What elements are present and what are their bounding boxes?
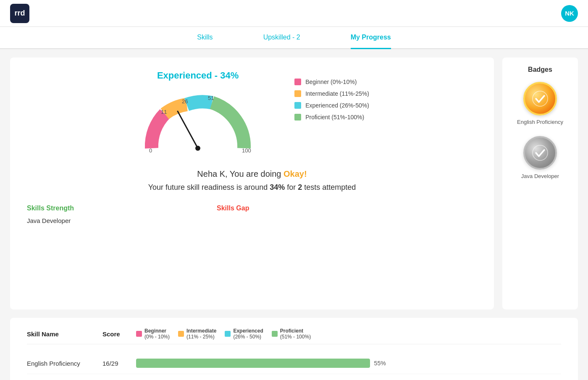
tab-skills[interactable]: Skills [197,27,213,49]
legend-color-intermediate [294,90,301,97]
badge-java-label: Java Developer [521,173,559,179]
table-row: Java Developer 3/12 25% [27,374,561,380]
col-skill-name: Skill Name [27,330,94,338]
gauge-svg: 0 11 26 51 100 [135,85,261,157]
legend-color-experienced [294,102,301,109]
gauge-label-0: 0 [149,147,152,154]
logo: rrd [10,4,29,23]
badge-silver-circle [523,136,557,170]
badge-java-developer: Java Developer [521,136,559,179]
table-row: English Proficiency 16/29 55% [27,353,561,374]
gauge-title: Experienced - 34% [157,70,239,81]
badge-gold-check-svg [532,90,549,107]
gauge-arc-experienced [187,102,212,105]
gauge-label-51: 51 [208,95,214,101]
tl-proficient: Proficient(51% - 100%) [272,328,311,340]
badge-silver-check-svg [532,144,549,161]
row1-skill: English Proficiency [27,360,94,367]
badge-gold-circle [523,82,557,115]
badges-panel: Badges English Proficiency Java Develope… [502,58,578,309]
legend-label-proficient: Proficient (51%-100%) [305,114,364,121]
tab-upskilled[interactable]: Upskilled - 2 [263,27,300,49]
nav-tabs: Skills Upskilled - 2 My Progress [0,27,588,49]
header: rrd NK [0,0,588,27]
legend-item-intermediate: Intermediate (11%-25%) [294,90,369,97]
skills-strength-title: Skills Strength [27,204,74,212]
svg-point-0 [533,91,548,106]
svg-point-1 [533,145,548,160]
gauge-needle [178,111,198,148]
skills-gap-title: Skills Gap [217,204,249,212]
gauge-svg-wrapper: 0 11 26 51 100 [135,85,261,157]
main-content: Experienced - 34% [0,49,588,318]
row1-bar [136,359,370,368]
gauge-section: Experienced - 34% [27,70,477,157]
legend-label-experienced: Experienced (26%-50%) [305,102,369,109]
tl-intermediate: Intermediate(11% - 25%) [178,328,216,340]
legend-color-proficient [294,114,301,121]
gauge-separator: - [215,70,220,81]
row1-bar-wrapper: 55% [136,359,561,368]
skills-strength-item: Java Developer [27,217,74,224]
legend-item-experienced: Experienced (26%-50%) [294,102,369,109]
badge-english-label: English Proficiency [517,119,563,125]
skills-gap: Skills Gap [217,204,249,224]
table-section: Skill Name Score Beginner(0% - 10%) Inte… [10,318,578,380]
gauge-label-26: 26 [182,98,188,105]
greeting-text: Neha K, You are doing Okay! [27,169,477,179]
badges-title: Badges [528,66,552,73]
legend-color-beginner [294,79,301,85]
legend-label-beginner: Beginner (0%-10%) [305,79,357,85]
table-legend: Beginner(0% - 10%) Intermediate(11% - 25… [136,328,311,340]
gauge-arc-proficient [212,103,244,149]
center-panel: Experienced - 34% [10,58,494,309]
row1-score: 16/29 [102,360,128,367]
gauge-arc-beginner [152,114,165,148]
legend-label-intermediate: Intermediate (11%-25%) [305,90,369,97]
tl-beginner-dot [136,331,142,337]
tl-proficient-dot [272,331,278,337]
gauge-label-11: 11 [161,109,167,115]
user-avatar[interactable]: NK [561,5,578,22]
table-header: Skill Name Score Beginner(0% - 10%) Inte… [27,328,561,344]
stats-text: Your future skill readiness is around 34… [27,183,477,192]
badge-english-proficiency: English Proficiency [517,82,563,125]
tl-experienced-dot [225,331,231,337]
skills-section: Skills Strength Java Developer Skills Ga… [27,204,477,224]
tab-my-progress[interactable]: My Progress [351,27,391,49]
gauge-needle-center [195,146,200,151]
skills-strength: Skills Strength Java Developer [27,204,74,224]
tl-beginner: Beginner(0% - 10%) [136,328,170,340]
legend-item-proficient: Proficient (51%-100%) [294,114,369,121]
tl-experienced: Experienced(26% - 50%) [225,328,263,340]
legend: Beginner (0%-10%) Intermediate (11%-25%)… [294,79,369,121]
col-score: Score [102,330,128,338]
message-section: Neha K, You are doing Okay! Your future … [27,169,477,192]
gauge-percentage: 34% [220,70,239,81]
gauge-container: Experienced - 34% [135,70,261,157]
legend-item-beginner: Beginner (0%-10%) [294,79,369,85]
row1-pct: 55% [374,360,386,367]
gauge-level: Experienced [157,70,212,81]
gauge-label-100: 100 [242,147,251,154]
gauge-arc-intermediate [165,105,186,114]
tl-intermediate-dot [178,331,184,337]
